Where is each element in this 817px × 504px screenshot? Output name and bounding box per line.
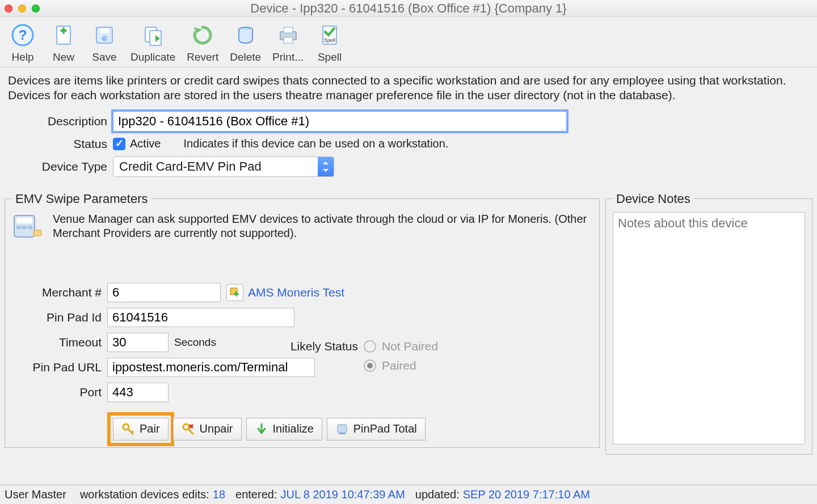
- merchant-label: Merchant #: [12, 286, 107, 299]
- revert-button[interactable]: Revert: [187, 20, 218, 63]
- svg-rect-18: [28, 226, 32, 229]
- timeout-unit: Seconds: [174, 336, 216, 349]
- footer-entered-label: entered:: [235, 488, 277, 501]
- emv-parameters-group: EMV Swipe Parameters Venue Manager can a…: [5, 192, 600, 448]
- device-notes-group: Device Notes: [605, 192, 812, 455]
- info-paragraph: Devices are items like printers or credi…: [0, 67, 817, 108]
- new-icon: [49, 20, 78, 50]
- maximize-icon[interactable]: [32, 5, 40, 12]
- svg-text:Spell: Spell: [324, 37, 335, 43]
- device-type-select[interactable]: Credit Card-EMV Pin Pad: [113, 156, 334, 177]
- print-icon: [273, 20, 303, 50]
- device-notes-input[interactable]: [613, 212, 805, 444]
- footer-user: User Master: [5, 488, 66, 501]
- pinpad-device-icon: [12, 212, 46, 243]
- footer-updated-value: SEP 20 2019 7:17:10 AM: [463, 488, 590, 501]
- emv-legend: EMV Swipe Parameters: [12, 192, 151, 206]
- svg-rect-4: [100, 28, 109, 33]
- not-paired-label: Not Paired: [382, 340, 438, 353]
- save-icon: [90, 20, 119, 50]
- pair-button[interactable]: Pair: [113, 418, 169, 441]
- status-bar: User Master workstation devices edits: 1…: [0, 485, 817, 504]
- help-icon: ?: [8, 20, 37, 50]
- close-icon[interactable]: [5, 5, 12, 12]
- active-label: Active: [130, 137, 161, 150]
- likely-status-group: Likely Status Not Paired Paired: [279, 340, 438, 378]
- footer-edits-label: workstation devices edits:: [80, 488, 209, 501]
- footer-entered-value: JUL 8 2019 10:47:39 AM: [280, 488, 405, 501]
- delete-icon: [231, 20, 260, 50]
- unpair-button[interactable]: Unpair: [173, 418, 242, 441]
- merchant-lookup-button[interactable]: [226, 284, 243, 301]
- status-label: Status: [8, 137, 113, 151]
- titlebar: Device - Ipp320 - 61041516 (Box Office #…: [0, 0, 817, 17]
- svg-rect-11: [284, 37, 293, 43]
- merchant-link[interactable]: AMS Moneris Test: [248, 286, 344, 299]
- minimize-icon[interactable]: [18, 5, 26, 12]
- svg-point-5: [102, 36, 107, 41]
- spell-button[interactable]: Spell Spell: [315, 20, 344, 63]
- svg-text:?: ?: [19, 27, 27, 43]
- not-paired-radio[interactable]: [364, 340, 376, 353]
- pinpad-id-input[interactable]: [107, 308, 294, 327]
- receipt-icon: [335, 422, 349, 436]
- initialize-button[interactable]: Initialize: [246, 418, 322, 441]
- delete-button[interactable]: Delete: [230, 20, 261, 63]
- duplicate-button[interactable]: Duplicate: [130, 20, 175, 63]
- toolbar: ? Help New Save Duplicate Revert Delete: [0, 17, 817, 67]
- svg-rect-19: [33, 230, 41, 236]
- svg-rect-23: [338, 425, 347, 433]
- svg-rect-10: [284, 27, 293, 33]
- port-label: Port: [12, 386, 107, 399]
- arrow-down-icon: [255, 422, 268, 436]
- window-title: Device - Ipp320 - 61041516 (Box Office #…: [0, 1, 817, 16]
- status-hint: Indicates if this device can be used on …: [183, 137, 448, 150]
- duplicate-icon: [138, 20, 168, 50]
- key-x-icon: [182, 422, 195, 436]
- svg-rect-16: [16, 226, 21, 229]
- emv-intro-text: Venue Manager can ask supported EMV devi…: [53, 212, 592, 243]
- paired-radio[interactable]: [364, 359, 376, 372]
- print-button[interactable]: Print...: [272, 20, 304, 63]
- description-label: Description: [8, 115, 113, 128]
- pinpad-total-button[interactable]: PinPad Total: [327, 418, 426, 441]
- pinpad-id-label: Pin Pad Id: [12, 311, 107, 324]
- spell-icon: Spell: [315, 20, 344, 50]
- likely-status-label: Likely Status: [279, 340, 358, 353]
- revert-icon: [188, 20, 217, 50]
- device-form: Description Status Active Indicates if t…: [0, 108, 817, 188]
- chevron-updown-icon: [318, 157, 334, 176]
- svg-rect-15: [16, 218, 32, 223]
- timeout-input[interactable]: [107, 333, 169, 352]
- save-button[interactable]: Save: [90, 20, 119, 63]
- pinpad-url-label: Pin Pad URL: [12, 361, 107, 374]
- new-button[interactable]: New: [49, 20, 78, 63]
- description-input[interactable]: [113, 111, 567, 132]
- device-notes-legend: Device Notes: [613, 192, 694, 206]
- svg-rect-17: [22, 226, 27, 229]
- device-type-value: Credit Card-EMV Pin Pad: [113, 157, 318, 176]
- port-input[interactable]: [107, 383, 169, 402]
- footer-edits-value: 18: [213, 488, 225, 501]
- merchant-input[interactable]: [107, 283, 221, 302]
- device-type-label: Device Type: [8, 160, 113, 173]
- help-button[interactable]: ? Help: [8, 20, 37, 63]
- footer-updated-label: updated:: [415, 488, 460, 501]
- timeout-label: Timeout: [12, 336, 107, 349]
- paired-label: Paired: [382, 359, 416, 372]
- active-checkbox[interactable]: [113, 138, 125, 150]
- key-icon: [121, 422, 135, 436]
